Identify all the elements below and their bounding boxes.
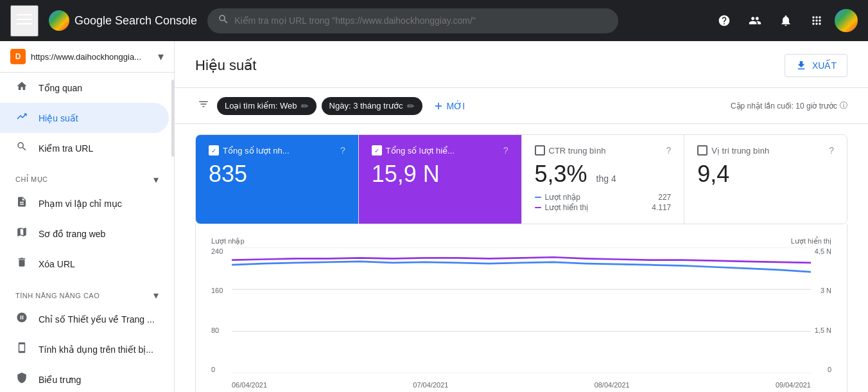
pham-vi-icon (15, 196, 28, 211)
search-icon (218, 13, 229, 28)
performance-icon (15, 111, 28, 125)
last-updated-text: Cập nhật lần cuối: 10 giờ trước (731, 102, 837, 111)
site-url: https://www.daihockhonggia... (31, 52, 153, 62)
metric-ctr-sub: thg 4 (596, 174, 616, 184)
collapse-chi-muc-icon[interactable]: ▾ (153, 174, 159, 186)
metric-ctr-legend: Lượt nhập 227 Lượt hiển thị 4.117 (535, 193, 672, 212)
chart-right-title: Lượt hiển thị (791, 237, 831, 245)
metric-luot-nhap-info-icon[interactable]: ? (340, 145, 345, 156)
metric-ctr-info-icon[interactable]: ? (666, 145, 671, 156)
chart-container: Lượt nhập Lượt hiển thị 240 160 80 0 4,5… (195, 224, 847, 392)
sidebar-item-pham-vi-label: Phạm vi lập chỉ mục (39, 199, 122, 209)
metric-card-vi-tri[interactable]: Vị trí trung bình ? 9,4 (684, 135, 847, 224)
so-do-icon (15, 226, 28, 241)
filter-chip-search-type-label: Loại tìm kiếm: Web (225, 101, 297, 111)
y-right-3n: 3 N (820, 287, 831, 294)
legend-luot-hien-thi-dot (535, 207, 541, 208)
y-right-45n: 4,5 N (815, 247, 831, 255)
legend-luot-nhap-label: Lượt nhập (545, 193, 580, 202)
sidebar-item-chi-so[interactable]: Chỉ số Thiết yếu về Trang ... (0, 304, 169, 334)
add-filter-button[interactable]: MỚI (428, 96, 471, 116)
metric-luot-hien-thi-checkbox[interactable]: ✓ (372, 145, 382, 156)
metric-luot-nhap-checkbox[interactable]: ✓ (209, 145, 219, 156)
site-selector[interactable]: D https://www.daihockhonggia... ▾ (0, 41, 174, 73)
scroll-indicator (171, 80, 174, 157)
sidebar-item-bieu-trung[interactable]: Biểu trưng (0, 364, 169, 392)
sidebar: D https://www.daihockhonggia... ▾ Tổng q… (0, 41, 175, 392)
y-left-240: 240 (211, 247, 223, 255)
export-label: XUẤT (812, 60, 837, 71)
sidebar-item-kiem-tra-url[interactable]: Kiểm tra URL (0, 133, 169, 163)
metric-card-luot-hien-thi[interactable]: ✓ Tổng số lượt hiể... ? 15,9 N (359, 135, 522, 224)
sidebar-item-so-do-label: Sơ đồ trang web (39, 229, 105, 239)
export-button[interactable]: XUẤT (785, 54, 847, 77)
filter-chip-search-type[interactable]: Loại tìm kiếm: Web ✏ (217, 97, 317, 115)
filter-chip-date-label: Ngày: 3 tháng trước (329, 101, 403, 111)
metric-ctr-header: CTR trung bình ? (535, 145, 672, 156)
chart-section: Lượt nhập Lượt hiển thị 240 160 80 0 4,5… (175, 224, 868, 392)
sidebar-item-hieu-suat[interactable]: Hiệu suất (0, 103, 169, 133)
chart-left-title: Lượt nhập (211, 237, 245, 245)
filter-chip-date-edit-icon: ✏ (407, 101, 415, 111)
legend-luot-nhap-dot (535, 197, 541, 198)
search-input[interactable] (234, 15, 608, 26)
metric-luot-hien-thi-value: 15,9 N (372, 161, 508, 188)
sidebar-item-xoa-url-label: Xóa URL (39, 259, 75, 269)
filter-chip-search-type-edit-icon: ✏ (301, 101, 309, 111)
sidebar-item-tong-quan-label: Tổng quan (39, 83, 82, 93)
metric-vi-tri-checkbox[interactable] (697, 145, 707, 156)
logo-icon (49, 10, 69, 31)
last-updated: Cập nhật lần cuối: 10 giờ trước ⓘ (731, 100, 847, 111)
metric-vi-tri-label: Vị trí trung bình (711, 146, 769, 156)
layout: D https://www.daihockhonggia... ▾ Tổng q… (0, 41, 868, 392)
sidebar-item-bieu-trung-label: Biểu trưng (39, 375, 81, 385)
sidebar-item-tong-quan[interactable]: Tổng quan (0, 73, 169, 103)
metric-ctr-value: 5,3% thg 4 (535, 161, 672, 188)
accounts-button[interactable] (742, 8, 768, 33)
x-label-0804: 08/04/2021 (595, 381, 630, 389)
sidebar-item-tinh-kha-dung[interactable]: Tính khả dụng trên thiết bị... (0, 334, 169, 364)
topbar-actions (711, 8, 858, 33)
filter-chip-date[interactable]: Ngày: 3 tháng trước ✏ (322, 97, 422, 115)
sidebar-item-chi-so-label: Chỉ số Thiết yếu về Trang ... (39, 314, 155, 325)
apps-button[interactable] (804, 8, 829, 33)
legend-luot-hien-thi-value: 4.117 (652, 203, 671, 212)
svg-rect-2 (17, 23, 32, 24)
help-button[interactable] (711, 8, 737, 33)
site-dropdown-icon: ▾ (158, 49, 164, 64)
chi-so-icon (15, 312, 28, 326)
menu-button[interactable] (10, 5, 39, 37)
main-content: Hiệu suất XUẤT Loại tìm kiếm: Web ✏ Ngày… (175, 41, 868, 392)
metric-card-ctr[interactable]: CTR trung bình ? 5,3% thg 4 Lượt nhập 22… (522, 135, 685, 224)
collapse-tinh-nang-icon[interactable]: ▾ (153, 289, 159, 301)
site-favicon: D (10, 49, 26, 64)
filter-settings-icon[interactable] (195, 96, 212, 116)
sidebar-item-pham-vi[interactable]: Phạm vi lập chỉ mục (0, 188, 169, 218)
metric-luot-nhap-header: ✓ Tổng số lượt nh... ? (209, 145, 345, 156)
sidebar-item-tinh-kha-dung-label: Tính khả dụng trên thiết bị... (39, 344, 153, 355)
app-title: Google Search Console (74, 14, 197, 28)
avatar[interactable] (835, 9, 858, 32)
sidebar-item-xoa-url[interactable]: Xóa URL (0, 249, 169, 279)
y-right-15n: 1,5 N (815, 326, 831, 334)
metric-luot-nhap-value: 835 (209, 161, 345, 188)
metric-luot-nhap-label: Tổng số lượt nh... (223, 146, 290, 156)
notifications-button[interactable] (773, 8, 799, 33)
sidebar-item-so-do[interactable]: Sơ đồ trang web (0, 218, 169, 249)
metric-luot-hien-thi-header: ✓ Tổng số lượt hiể... ? (372, 145, 508, 156)
metric-card-luot-nhap[interactable]: ✓ Tổng số lượt nh... ? 835 (196, 135, 359, 224)
filters-bar: Loại tìm kiếm: Web ✏ Ngày: 3 tháng trước… (175, 88, 868, 124)
home-icon (15, 80, 28, 95)
check-url-icon (15, 141, 28, 156)
metric-ctr-checkbox[interactable] (535, 145, 545, 156)
legend-luot-nhap-value: 227 (658, 193, 671, 202)
search-bar[interactable] (207, 8, 618, 33)
legend-luot-nhap: Lượt nhập 227 (535, 193, 672, 202)
sidebar-item-kiem-tra-url-label: Kiểm tra URL (39, 143, 93, 154)
sidebar-item-hieu-suat-label: Hiệu suất (39, 113, 78, 123)
xoa-url-icon (15, 256, 28, 271)
chart-svg (232, 247, 811, 373)
metric-vi-tri-info-icon[interactable]: ? (829, 145, 834, 156)
metric-luot-hien-thi-info-icon[interactable]: ? (503, 145, 508, 156)
y-left-80: 80 (211, 326, 223, 334)
